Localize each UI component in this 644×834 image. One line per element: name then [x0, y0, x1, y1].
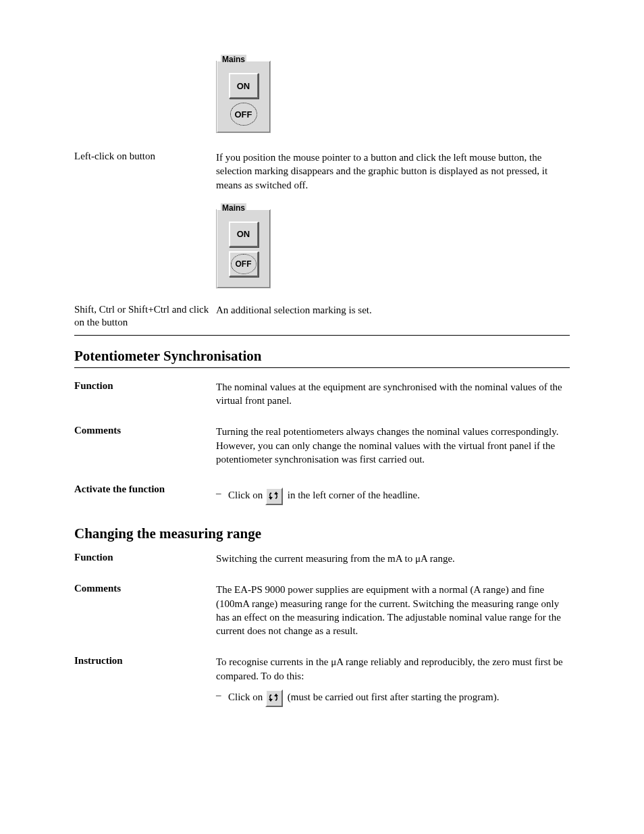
- text-instruction: To recognise currents in the μA range re…: [216, 655, 570, 707]
- sync-icon-2[interactable]: [265, 689, 283, 707]
- text-function-2: Switching the current measuring from the…: [216, 552, 570, 577]
- label-shift-ctrl: Shift, Ctrl or Shift+Ctrl and click on t…: [74, 303, 216, 330]
- mains-on-button[interactable]: ON: [229, 73, 259, 99]
- label-activate: Activate the function: [74, 484, 216, 495]
- mains-panel-off-selected: Mains ON OFF: [216, 61, 271, 133]
- mains-label: Mains: [221, 55, 246, 64]
- mains-label-2: Mains: [221, 203, 246, 213]
- label-instruction: Instruction: [74, 655, 216, 667]
- text-left-click: If you position the mouse pointer to a b…: [216, 151, 570, 204]
- label-comments-2: Comments: [74, 583, 216, 594]
- section-divider-2: [74, 367, 570, 368]
- text-shift-ctrl: An additional selection marking is set.: [216, 303, 570, 329]
- label-function-2: Function: [74, 552, 216, 563]
- label-comments-1: Comments: [74, 425, 216, 436]
- heading-measuring-range: Changing the measuring range: [74, 525, 570, 542]
- mains-off-button[interactable]: OFF: [229, 251, 259, 277]
- text-activate: – Click on in the left corner of the hea…: [216, 484, 570, 505]
- label-left-click: Left-click on button: [74, 151, 216, 162]
- section-divider-1: [74, 335, 570, 336]
- heading-potentiometer: Potentiometer Synchronisation: [74, 348, 570, 365]
- mains-off-dotted[interactable]: OFF: [230, 103, 257, 126]
- text-comments-1: Turning the real potentiometers always c…: [216, 425, 570, 478]
- sync-icon[interactable]: [265, 488, 283, 505]
- mains-panel-off-pressed: Mains ON OFF: [216, 209, 271, 288]
- text-comments-2: The EA-PS 9000 power supplies are equipm…: [216, 583, 570, 650]
- mains-on-button-2[interactable]: ON: [229, 221, 259, 247]
- text-function-1: The nominal values at the equipment are …: [216, 380, 570, 420]
- label-function-1: Function: [74, 380, 216, 392]
